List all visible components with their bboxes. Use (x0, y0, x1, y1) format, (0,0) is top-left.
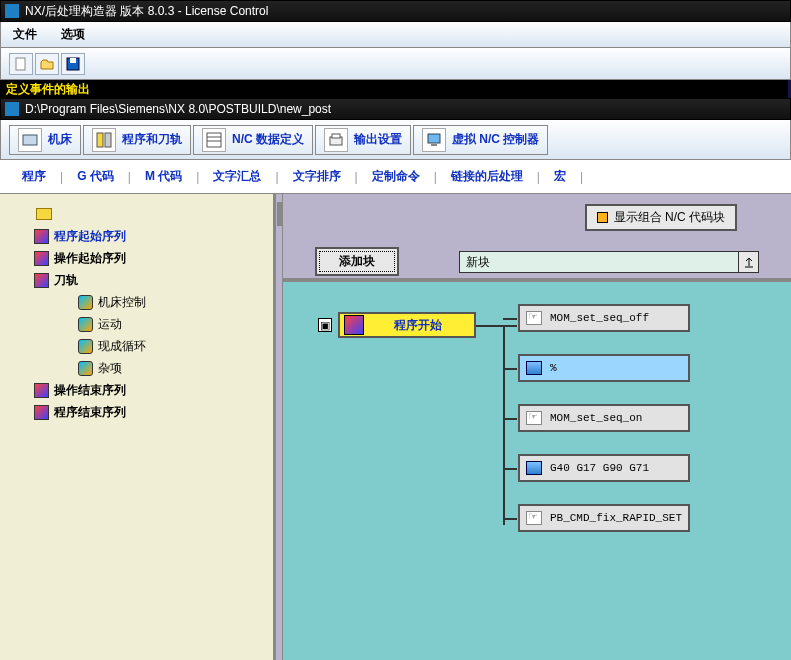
main-titlebar: NX/后处理构造器 版本 8.0.3 - License Control (0, 0, 791, 22)
subtab-program[interactable]: 程序 (18, 164, 50, 189)
add-block-button[interactable]: 添加块 (315, 247, 399, 276)
collapse-icon[interactable]: ▣ (318, 318, 332, 332)
svg-rect-12 (431, 144, 437, 146)
tab-machine[interactable]: 机床 (9, 125, 81, 155)
tree-toolpath-label: 刀轨 (54, 272, 78, 289)
new-file-icon (14, 57, 28, 71)
hand-icon (526, 511, 542, 525)
leaf-icon (78, 339, 93, 354)
svg-rect-11 (428, 134, 440, 143)
cube-icon (34, 405, 49, 420)
workspace: 程序起始序列 操作起始序列 刀轨 机床控制 运动 现成循环 (0, 194, 791, 660)
define-event-label: 定义事件的输出 (0, 80, 788, 99)
program-icon (92, 128, 116, 152)
tree-panel: 程序起始序列 操作起始序列 刀轨 机床控制 运动 现成循环 (0, 194, 275, 660)
sub-app-icon (5, 102, 19, 116)
event-button[interactable]: 程序开始 (338, 312, 476, 338)
block-mom-set-seq-on[interactable]: MOM_set_seq_on (518, 404, 690, 432)
dropdown-arrow-icon[interactable] (739, 251, 759, 273)
tree-motion[interactable]: 运动 (78, 313, 267, 335)
open-button[interactable] (35, 53, 59, 75)
connector (503, 325, 505, 525)
cube-icon (34, 273, 49, 288)
define-event-strip: 定义事件的输出 (0, 80, 791, 98)
tree-canned-cycle[interactable]: 现成循环 (78, 335, 267, 357)
block-pb-cmd-fix-rapid[interactable]: PB_CMD_fix_RAPID_SET (518, 504, 690, 532)
virtual-nc-icon (422, 128, 446, 152)
tab-nc-data-label: N/C 数据定义 (232, 131, 304, 148)
subtab-macro[interactable]: 宏 (550, 164, 570, 189)
menu-file[interactable]: 文件 (13, 26, 37, 43)
subtab-word-summary[interactable]: 文字汇总 (209, 164, 265, 189)
toolbar (0, 48, 791, 80)
block-mom-set-seq-off[interactable]: MOM_set_seq_off (518, 304, 690, 332)
cube-icon (34, 383, 49, 398)
block-label: MOM_set_seq_off (550, 312, 649, 324)
menu-bar: 文件 选项 (0, 22, 791, 48)
tree-program-start[interactable]: 程序起始序列 (34, 225, 267, 247)
subtab-custom-cmd[interactable]: 定制命令 (368, 164, 424, 189)
tree-operation-end[interactable]: 操作结束序列 (34, 379, 267, 401)
tab-nc-data[interactable]: N/C 数据定义 (193, 125, 313, 155)
block-dropdown-value: 新块 (459, 251, 739, 273)
leaf-icon (78, 295, 93, 310)
connector (503, 518, 517, 520)
tab-output-settings[interactable]: 输出设置 (315, 125, 411, 155)
hand-icon (526, 411, 542, 425)
event-icon (344, 315, 364, 335)
connector (503, 318, 517, 320)
splitter-handle-icon (277, 202, 282, 226)
connector (503, 368, 517, 370)
connector (503, 418, 517, 420)
combo-square-icon (597, 212, 608, 223)
tree-operation-start[interactable]: 操作起始序列 (34, 247, 267, 269)
show-combo-nc-label: 显示组合 N/C 代码块 (614, 209, 725, 226)
cube-small-icon (526, 461, 542, 475)
block-label: MOM_set_seq_on (550, 412, 642, 424)
subtab-word-order[interactable]: 文字排序 (289, 164, 345, 189)
tree-motion-label: 运动 (98, 316, 122, 333)
tree-toolpath[interactable]: 刀轨 (34, 269, 267, 291)
svg-rect-5 (105, 133, 111, 147)
block-percent[interactable]: % (518, 354, 690, 382)
splitter[interactable] (275, 194, 283, 660)
sub-titlebar: D:\Program Files\Siemens\NX 8.0\POSTBUIL… (0, 98, 791, 120)
block-gcodes[interactable]: G40 G17 G90 G71 (518, 454, 690, 482)
save-button[interactable] (61, 53, 85, 75)
tab-virtual-nc[interactable]: 虚拟 N/C 控制器 (413, 125, 548, 155)
connector (473, 325, 517, 327)
sub-tab-bar: 程序| G 代码| M 代码| 文字汇总| 文字排序| 定制命令| 链接的后处理… (0, 160, 791, 194)
block-label: PB_CMD_fix_RAPID_SET (550, 512, 682, 524)
svg-rect-0 (16, 58, 25, 70)
show-combo-nc-button[interactable]: 显示组合 N/C 代码块 (585, 204, 737, 231)
nc-data-icon (202, 128, 226, 152)
tree-machine-control-label: 机床控制 (98, 294, 146, 311)
new-button[interactable] (9, 53, 33, 75)
tree-canned-cycle-label: 现成循环 (98, 338, 146, 355)
cube-small-icon (526, 361, 542, 375)
tree-misc-label: 杂项 (98, 360, 122, 377)
add-block-row: 添加块 新块 (297, 247, 777, 276)
hand-icon (526, 311, 542, 325)
svg-rect-10 (332, 134, 340, 138)
tree-program-end[interactable]: 程序结束序列 (34, 401, 267, 423)
leaf-icon (78, 317, 93, 332)
block-list: MOM_set_seq_off % MOM_set_seq_on G40 G17… (518, 304, 690, 554)
right-panel-top: 显示组合 N/C 代码块 添加块 新块 (283, 194, 791, 278)
menu-options[interactable]: 选项 (61, 26, 85, 43)
svg-rect-6 (207, 133, 221, 147)
tab-program-toolpath[interactable]: 程序和刀轨 (83, 125, 191, 155)
subtab-linked-post[interactable]: 链接的后处理 (447, 164, 527, 189)
tree-misc[interactable]: 杂项 (78, 357, 267, 379)
block-dropdown[interactable]: 新块 (459, 251, 759, 273)
svg-rect-3 (23, 135, 37, 145)
event-program-start[interactable]: ▣ 程序开始 (318, 312, 476, 338)
subtab-mcode[interactable]: M 代码 (141, 164, 186, 189)
tree-program-start-label: 程序起始序列 (54, 228, 126, 245)
subtab-gcode[interactable]: G 代码 (73, 164, 118, 189)
tab-output-label: 输出设置 (354, 131, 402, 148)
tree-machine-control[interactable]: 机床控制 (78, 291, 267, 313)
svg-rect-4 (97, 133, 103, 147)
sub-title: D:\Program Files\Siemens\NX 8.0\POSTBUIL… (25, 102, 331, 116)
add-block-label: 添加块 (339, 254, 375, 268)
